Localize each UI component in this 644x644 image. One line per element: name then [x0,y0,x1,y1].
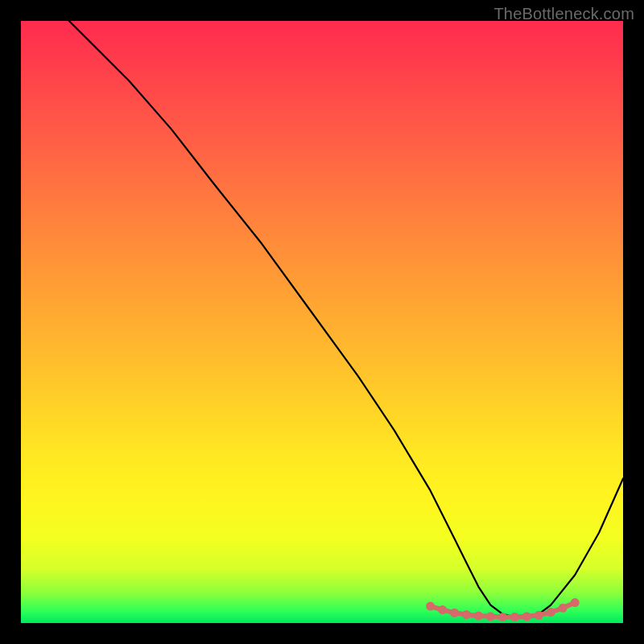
marker-dot [486,612,495,621]
marker-dot [498,613,507,621]
chart-frame: TheBottleneck.com [0,0,644,644]
bottleneck-curve-line [69,21,623,617]
marker-dot [522,612,531,621]
plot-area [21,21,623,623]
marker-dot [547,608,555,617]
watermark-text: TheBottleneck.com [493,5,634,23]
marker-dot [510,613,519,621]
marker-dot [426,602,435,611]
marker-dot [535,611,543,620]
marker-dot [571,598,580,607]
marker-dot [462,610,471,619]
marker-dot [474,612,483,621]
marker-dot [559,604,568,613]
chart-svg [21,21,623,623]
marker-dot [438,605,447,614]
marker-dot [450,609,459,617]
optimal-zone-markers [426,598,580,621]
